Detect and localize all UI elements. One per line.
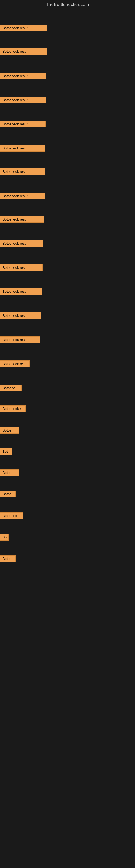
- bottleneck-result-item[interactable]: Bot: [0, 448, 12, 455]
- bottleneck-result-item[interactable]: Bottleneck result: [0, 25, 47, 31]
- bottleneck-result-item[interactable]: Bottlenec: [0, 513, 23, 519]
- bottleneck-result-item[interactable]: Bottle: [0, 555, 16, 562]
- bottleneck-result-item[interactable]: Bottle: [0, 491, 16, 497]
- bottleneck-result-item[interactable]: Bo: [0, 534, 9, 540]
- bottleneck-result-item[interactable]: Bottleneck result: [0, 73, 46, 80]
- bottleneck-result-item[interactable]: Bottleneck result: [0, 168, 45, 175]
- bottleneck-result-item[interactable]: Bottleneck result: [0, 97, 46, 103]
- bottleneck-result-item[interactable]: Bottlene: [0, 384, 21, 392]
- bottleneck-result-item[interactable]: Bottleneck result: [0, 336, 40, 343]
- bottleneck-result-item[interactable]: Bottleneck result: [0, 193, 45, 199]
- bottleneck-result-item[interactable]: Bottleneck result: [0, 121, 46, 127]
- bottleneck-result-item[interactable]: Bottleneck result: [0, 145, 45, 152]
- bottleneck-result-item[interactable]: Bottleneck r: [0, 405, 26, 412]
- bottleneck-result-item[interactable]: Bottleneck result: [0, 216, 44, 223]
- bottleneck-result-item[interactable]: Bottleneck result: [0, 48, 47, 55]
- bottleneck-result-item[interactable]: Bottleneck result: [0, 312, 41, 319]
- bottleneck-result-item[interactable]: Bottleneck result: [0, 288, 42, 295]
- bottleneck-result-item[interactable]: Bottlen: [0, 427, 19, 434]
- bottleneck-result-item[interactable]: Bottlen: [0, 469, 19, 476]
- bottleneck-result-item[interactable]: Bottleneck re: [0, 361, 30, 367]
- site-title: TheBottlenecker.com: [0, 0, 135, 9]
- bottleneck-result-item[interactable]: Bottleneck result: [0, 264, 43, 271]
- bottleneck-result-item[interactable]: Bottleneck result: [0, 240, 43, 247]
